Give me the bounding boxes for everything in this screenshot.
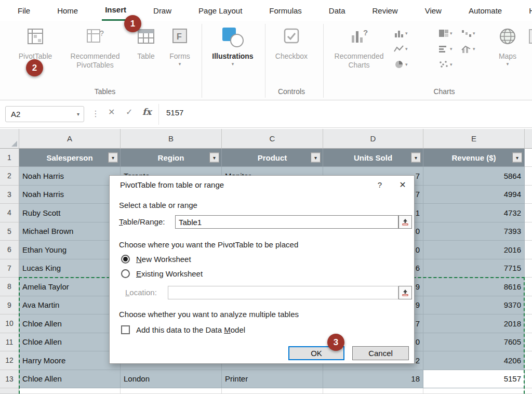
filter-dropdown-icon[interactable]: ▾ — [512, 153, 522, 163]
header-cell-revenue[interactable]: Revenue ($)▾ — [423, 149, 525, 167]
help-button[interactable]: ? — [368, 176, 391, 193]
cell-empty[interactable] — [525, 314, 532, 333]
row-number[interactable]: 6 — [0, 241, 19, 259]
tab-insert[interactable]: Insert — [102, 0, 129, 21]
tab-draw[interactable]: Draw — [150, 0, 175, 21]
cell-revenue[interactable]: 2016 — [423, 241, 525, 259]
row-number[interactable]: 1 — [0, 149, 19, 167]
tab-file[interactable]: File — [15, 0, 33, 21]
cell-revenue[interactable]: 7715 — [423, 259, 525, 278]
tab-automate[interactable]: Automate — [466, 0, 505, 21]
cell-revenue[interactable]: 5864 — [423, 167, 525, 186]
table-range-input[interactable] — [175, 215, 398, 229]
radio-new-worksheet[interactable]: New Worksheet — [121, 255, 191, 264]
row-number[interactable]: 13 — [0, 370, 19, 389]
cell-empty[interactable] — [525, 149, 532, 167]
header-cell-region[interactable]: Region▾ — [121, 149, 222, 167]
cell-empty[interactable] — [323, 388, 423, 394]
cell-salesperson[interactable]: Chloe Allen — [19, 333, 121, 352]
radio-existing-worksheet[interactable]: Existing Worksheet — [121, 269, 203, 278]
cell-revenue[interactable]: 9370 — [423, 296, 525, 315]
cell-empty[interactable] — [525, 388, 532, 394]
row-number[interactable]: 4 — [0, 204, 19, 222]
cell-revenue-active[interactable]: 5157 — [423, 370, 525, 389]
cell-salesperson[interactable]: Amelia Taylor — [19, 278, 121, 296]
insert-pie-chart-button[interactable]: ▾ — [394, 60, 408, 69]
header-cell-units[interactable]: Units Sold▾ — [323, 149, 423, 167]
cell-revenue[interactable]: 4732 — [423, 204, 525, 222]
cell-units[interactable]: 18 — [323, 370, 423, 389]
row-number[interactable]: 10 — [0, 314, 19, 333]
row-number[interactable]: 2 — [0, 167, 19, 186]
cell-product[interactable]: Printer — [222, 370, 323, 389]
row-number[interactable] — [0, 388, 19, 394]
cell-empty[interactable] — [525, 204, 532, 222]
cell-empty[interactable] — [525, 351, 532, 370]
cell-salesperson[interactable]: Ava Martin — [19, 296, 121, 315]
data-model-checkbox-row[interactable]: Add this data to the Data Model — [121, 325, 245, 334]
row-number[interactable]: 8 — [0, 278, 19, 296]
pivotchart-button-partial[interactable]: P — [522, 27, 532, 61]
cell-empty[interactable] — [525, 241, 532, 259]
dialog-title-bar[interactable]: PivotTable from table or range ? ✕ — [110, 176, 414, 193]
range-picker-button[interactable] — [398, 286, 412, 299]
cell-salesperson[interactable]: Michael Brown — [19, 222, 121, 241]
column-header-c[interactable]: C — [222, 129, 323, 149]
cell-salesperson[interactable]: Ethan Young — [19, 241, 121, 259]
tab-home[interactable]: Home — [54, 0, 81, 21]
checkbox-button[interactable]: Checkbox — [271, 27, 312, 61]
cell-empty[interactable] — [525, 333, 532, 352]
pivottable-button[interactable]: PivotTable — [14, 27, 57, 61]
filter-dropdown-icon[interactable]: ▾ — [311, 153, 321, 163]
column-header-d[interactable]: D — [323, 129, 423, 149]
header-cell-salesperson[interactable]: Salesperson▾ — [19, 149, 121, 167]
recommended-pivottables-button[interactable]: ? Recommended PivotTables — [60, 27, 130, 70]
cell-revenue[interactable]: 4994 — [423, 186, 525, 204]
tab-formulas[interactable]: Formulas — [266, 0, 305, 21]
cell-revenue[interactable]: 4206 — [423, 351, 525, 370]
recommended-charts-button[interactable]: ? Recommended Charts — [330, 27, 388, 70]
tab-view[interactable]: View — [422, 0, 445, 21]
cell-empty[interactable] — [525, 167, 532, 186]
cell-empty[interactable] — [525, 186, 532, 204]
cell-salesperson[interactable]: Noah Harris — [19, 167, 121, 186]
cell-empty[interactable] — [525, 278, 532, 296]
location-input[interactable] — [168, 286, 398, 299]
cell-revenue[interactable]: 7605 — [423, 333, 525, 352]
cell-region[interactable]: London — [121, 370, 222, 389]
cell-salesperson[interactable]: Lucas King — [19, 259, 121, 278]
forms-button[interactable]: F Forms ▾ — [163, 27, 196, 67]
range-picker-button[interactable] — [398, 215, 412, 229]
cell-salesperson[interactable]: Ruby Scott — [19, 204, 121, 222]
cell-salesperson[interactable]: Harry Moore — [19, 351, 121, 370]
column-header-e[interactable]: E — [423, 129, 525, 149]
tab-data[interactable]: Data — [326, 0, 349, 21]
insert-bar-chart-button[interactable]: ▾ — [438, 45, 453, 53]
filter-dropdown-icon[interactable]: ▾ — [411, 153, 421, 163]
illustrations-button[interactable]: Illustrations ▾ — [208, 27, 258, 67]
cell-salesperson[interactable]: Chloe Allen — [19, 370, 121, 389]
name-box[interactable]: A2 ▾ — [5, 106, 84, 122]
row-number[interactable]: 11 — [0, 333, 19, 352]
cancel-button[interactable]: Cancel — [352, 346, 409, 360]
cell-empty[interactable] — [222, 388, 323, 394]
cell-empty[interactable] — [525, 370, 532, 389]
cell-revenue[interactable]: 2018 — [423, 314, 525, 333]
row-number[interactable]: 7 — [0, 259, 19, 278]
cell-empty[interactable] — [423, 388, 525, 394]
cell-empty[interactable] — [525, 259, 532, 278]
cancel-entry-icon[interactable]: ✕ — [108, 107, 115, 117]
tab-page-layout[interactable]: Page Layout — [195, 0, 245, 21]
insert-function-icon[interactable]: fx — [142, 107, 151, 117]
table-button[interactable]: Table — [130, 27, 162, 61]
close-icon[interactable]: ✕ — [391, 176, 414, 193]
insert-column-chart-button[interactable]: ▾ — [394, 29, 408, 37]
header-cell-product[interactable]: Product▾ — [222, 149, 323, 167]
filter-dropdown-icon[interactable]: ▾ — [209, 153, 219, 163]
formula-bar-value[interactable]: 5157 — [166, 108, 183, 117]
row-number[interactable]: 12 — [0, 351, 19, 370]
cell-empty[interactable] — [525, 222, 532, 241]
row-number[interactable]: 9 — [0, 296, 19, 315]
insert-waterfall-chart-button[interactable]: ▾ — [461, 29, 475, 37]
cell-salesperson[interactable]: Chloe Allen — [19, 314, 121, 333]
